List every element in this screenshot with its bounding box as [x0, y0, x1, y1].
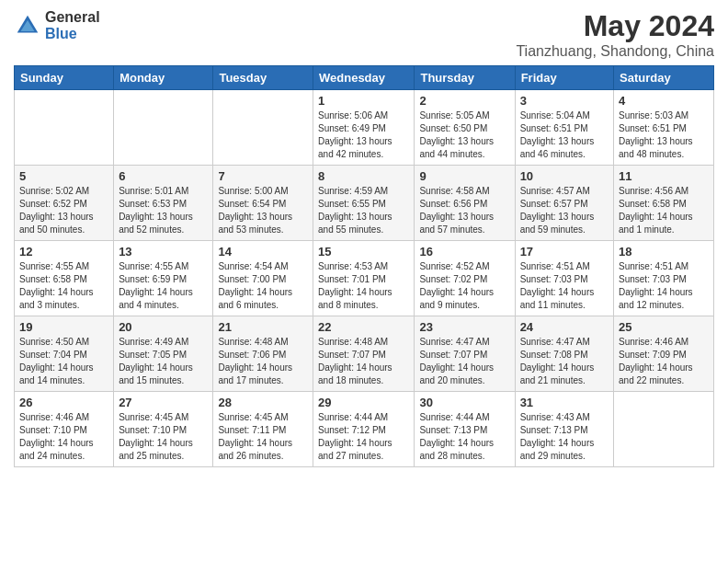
calendar-cell: 27Sunrise: 4:45 AM Sunset: 7:10 PM Dayli… — [114, 392, 213, 467]
day-info: Sunrise: 4:52 AM Sunset: 7:02 PM Dayligh… — [419, 260, 509, 312]
calendar-cell — [213, 90, 313, 166]
day-number: 9 — [419, 169, 509, 183]
day-number: 27 — [119, 396, 208, 409]
calendar-cell: 20Sunrise: 4:49 AM Sunset: 7:05 PM Dayli… — [114, 316, 213, 392]
calendar-week-row-2: 5Sunrise: 5:02 AM Sunset: 6:52 PM Daylig… — [15, 166, 714, 241]
day-number: 11 — [619, 169, 709, 183]
calendar-cell — [114, 90, 213, 166]
day-number: 20 — [119, 320, 208, 334]
col-header-thursday: Thursday — [415, 66, 515, 90]
day-info: Sunrise: 4:48 AM Sunset: 7:06 PM Dayligh… — [218, 336, 308, 387]
calendar-cell: 21Sunrise: 4:48 AM Sunset: 7:06 PM Dayli… — [213, 316, 313, 392]
calendar-cell: 31Sunrise: 4:43 AM Sunset: 7:13 PM Dayli… — [515, 392, 613, 467]
col-header-saturday: Saturday — [614, 66, 714, 90]
logo-icon — [14, 12, 41, 40]
day-number: 1 — [318, 94, 409, 108]
day-number: 25 — [619, 320, 709, 334]
day-number: 3 — [520, 94, 609, 108]
day-number: 19 — [19, 320, 108, 334]
calendar-week-row-3: 12Sunrise: 4:55 AM Sunset: 6:58 PM Dayli… — [15, 241, 714, 316]
day-info: Sunrise: 4:57 AM Sunset: 6:57 PM Dayligh… — [520, 185, 609, 236]
calendar-cell: 26Sunrise: 4:46 AM Sunset: 7:10 PM Dayli… — [15, 392, 114, 467]
calendar-cell: 10Sunrise: 4:57 AM Sunset: 6:57 PM Dayli… — [515, 166, 613, 241]
col-header-friday: Friday — [515, 66, 613, 90]
day-info: Sunrise: 4:49 AM Sunset: 7:05 PM Dayligh… — [119, 336, 208, 387]
calendar-cell: 3Sunrise: 5:04 AM Sunset: 6:51 PM Daylig… — [515, 90, 613, 166]
day-info: Sunrise: 4:47 AM Sunset: 7:08 PM Dayligh… — [520, 336, 609, 387]
day-number: 6 — [119, 169, 208, 183]
day-number: 21 — [218, 320, 308, 334]
day-number: 22 — [318, 320, 409, 334]
day-number: 24 — [520, 320, 609, 334]
calendar: Sunday Monday Tuesday Wednesday Thursday… — [14, 65, 714, 467]
calendar-cell: 13Sunrise: 4:55 AM Sunset: 6:59 PM Dayli… — [114, 241, 213, 316]
day-info: Sunrise: 4:44 AM Sunset: 7:13 PM Dayligh… — [419, 411, 509, 463]
calendar-cell: 1Sunrise: 5:06 AM Sunset: 6:49 PM Daylig… — [313, 90, 415, 166]
calendar-cell: 23Sunrise: 4:47 AM Sunset: 7:07 PM Dayli… — [415, 316, 515, 392]
calendar-cell: 12Sunrise: 4:55 AM Sunset: 6:58 PM Dayli… — [15, 241, 114, 316]
day-info: Sunrise: 4:58 AM Sunset: 6:56 PM Dayligh… — [419, 185, 509, 236]
calendar-cell: 8Sunrise: 4:59 AM Sunset: 6:55 PM Daylig… — [313, 166, 415, 241]
day-number: 28 — [218, 396, 308, 409]
page: General Blue May 2024 Tianzhuang, Shando… — [0, 0, 728, 563]
calendar-week-row-4: 19Sunrise: 4:50 AM Sunset: 7:04 PM Dayli… — [15, 316, 714, 392]
day-info: Sunrise: 5:04 AM Sunset: 6:51 PM Dayligh… — [520, 109, 609, 161]
calendar-cell: 9Sunrise: 4:58 AM Sunset: 6:56 PM Daylig… — [415, 166, 515, 241]
calendar-cell: 18Sunrise: 4:51 AM Sunset: 7:03 PM Dayli… — [614, 241, 714, 316]
title-block: May 2024 Tianzhuang, Shandong, China — [516, 9, 714, 60]
calendar-cell: 15Sunrise: 4:53 AM Sunset: 7:01 PM Dayli… — [313, 241, 415, 316]
calendar-cell: 5Sunrise: 5:02 AM Sunset: 6:52 PM Daylig… — [15, 166, 114, 241]
calendar-cell: 25Sunrise: 4:46 AM Sunset: 7:09 PM Dayli… — [614, 316, 714, 392]
day-info: Sunrise: 4:45 AM Sunset: 7:11 PM Dayligh… — [218, 411, 308, 463]
calendar-week-row-5: 26Sunrise: 4:46 AM Sunset: 7:10 PM Dayli… — [15, 392, 714, 467]
day-info: Sunrise: 4:55 AM Sunset: 6:58 PM Dayligh… — [19, 260, 108, 312]
day-number: 5 — [19, 169, 108, 183]
calendar-cell: 14Sunrise: 4:54 AM Sunset: 7:00 PM Dayli… — [213, 241, 313, 316]
calendar-cell: 7Sunrise: 5:00 AM Sunset: 6:54 PM Daylig… — [213, 166, 313, 241]
calendar-cell: 22Sunrise: 4:48 AM Sunset: 7:07 PM Dayli… — [313, 316, 415, 392]
calendar-cell: 16Sunrise: 4:52 AM Sunset: 7:02 PM Dayli… — [415, 241, 515, 316]
sub-title: Tianzhuang, Shandong, China — [516, 43, 714, 60]
logo-general: General — [45, 9, 100, 26]
header: General Blue May 2024 Tianzhuang, Shando… — [14, 9, 714, 60]
day-info: Sunrise: 4:55 AM Sunset: 6:59 PM Dayligh… — [119, 260, 208, 312]
day-info: Sunrise: 5:01 AM Sunset: 6:53 PM Dayligh… — [119, 185, 208, 236]
day-info: Sunrise: 4:51 AM Sunset: 7:03 PM Dayligh… — [520, 260, 609, 312]
day-number: 29 — [318, 396, 409, 409]
col-header-sunday: Sunday — [15, 66, 114, 90]
day-info: Sunrise: 4:44 AM Sunset: 7:12 PM Dayligh… — [318, 411, 409, 463]
day-info: Sunrise: 4:45 AM Sunset: 7:10 PM Dayligh… — [119, 411, 208, 463]
day-info: Sunrise: 5:00 AM Sunset: 6:54 PM Dayligh… — [218, 185, 308, 236]
day-info: Sunrise: 4:46 AM Sunset: 7:10 PM Dayligh… — [19, 411, 108, 463]
calendar-cell — [614, 392, 714, 467]
logo-blue: Blue — [45, 26, 100, 42]
day-number: 23 — [419, 320, 509, 334]
col-header-monday: Monday — [114, 66, 213, 90]
calendar-cell: 28Sunrise: 4:45 AM Sunset: 7:11 PM Dayli… — [213, 392, 313, 467]
calendar-cell — [15, 90, 114, 166]
day-number: 17 — [520, 245, 609, 259]
day-number: 30 — [419, 396, 509, 409]
calendar-cell: 6Sunrise: 5:01 AM Sunset: 6:53 PM Daylig… — [114, 166, 213, 241]
day-number: 31 — [520, 396, 609, 409]
day-info: Sunrise: 5:02 AM Sunset: 6:52 PM Dayligh… — [19, 185, 108, 236]
calendar-cell: 19Sunrise: 4:50 AM Sunset: 7:04 PM Dayli… — [15, 316, 114, 392]
calendar-cell: 4Sunrise: 5:03 AM Sunset: 6:51 PM Daylig… — [614, 90, 714, 166]
day-number: 12 — [19, 245, 108, 259]
day-info: Sunrise: 4:50 AM Sunset: 7:04 PM Dayligh… — [19, 336, 108, 387]
day-number: 16 — [419, 245, 509, 259]
day-number: 15 — [318, 245, 409, 259]
logo: General Blue — [14, 9, 100, 41]
day-info: Sunrise: 5:05 AM Sunset: 6:50 PM Dayligh… — [419, 109, 509, 161]
day-info: Sunrise: 4:48 AM Sunset: 7:07 PM Dayligh… — [318, 336, 409, 387]
day-number: 7 — [218, 169, 308, 183]
day-number: 4 — [619, 94, 709, 108]
day-number: 14 — [218, 245, 308, 259]
day-info: Sunrise: 4:51 AM Sunset: 7:03 PM Dayligh… — [619, 260, 709, 312]
calendar-header-row: Sunday Monday Tuesday Wednesday Thursday… — [15, 66, 714, 90]
calendar-cell: 24Sunrise: 4:47 AM Sunset: 7:08 PM Dayli… — [515, 316, 613, 392]
col-header-wednesday: Wednesday — [313, 66, 415, 90]
calendar-cell: 17Sunrise: 4:51 AM Sunset: 7:03 PM Dayli… — [515, 241, 613, 316]
day-info: Sunrise: 4:56 AM Sunset: 6:58 PM Dayligh… — [619, 185, 709, 236]
day-number: 13 — [119, 245, 208, 259]
